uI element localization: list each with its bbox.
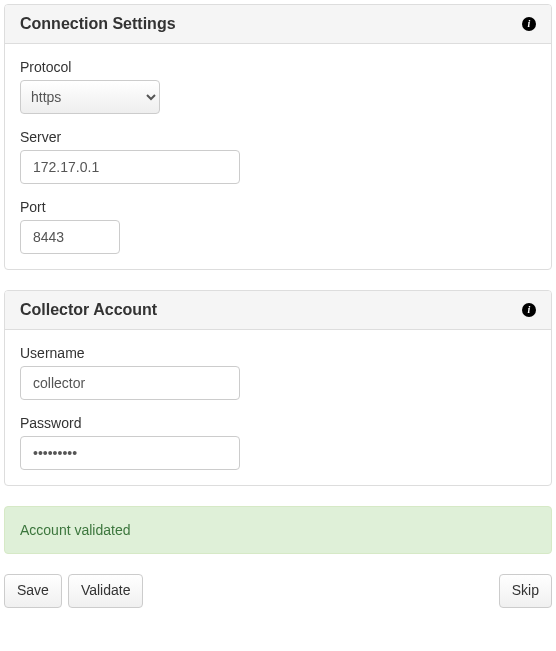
collector-account-title: Collector Account bbox=[20, 301, 157, 319]
skip-button[interactable]: Skip bbox=[499, 574, 552, 608]
password-group: Password bbox=[20, 415, 536, 470]
port-label: Port bbox=[20, 199, 536, 215]
protocol-group: Protocol https bbox=[20, 59, 536, 114]
protocol-select[interactable]: https bbox=[20, 80, 160, 114]
connection-settings-header: Connection Settings i bbox=[5, 5, 551, 44]
button-row: Save Validate Skip bbox=[4, 574, 552, 608]
collector-account-panel: Collector Account i Username Password bbox=[4, 290, 552, 486]
server-input[interactable] bbox=[20, 150, 240, 184]
username-input[interactable] bbox=[20, 366, 240, 400]
connection-settings-title: Connection Settings bbox=[20, 15, 176, 33]
validate-button[interactable]: Validate bbox=[68, 574, 144, 608]
username-group: Username bbox=[20, 345, 536, 400]
port-input[interactable] bbox=[20, 220, 120, 254]
button-row-right: Skip bbox=[499, 574, 552, 608]
protocol-label: Protocol bbox=[20, 59, 536, 75]
username-label: Username bbox=[20, 345, 536, 361]
server-group: Server bbox=[20, 129, 536, 184]
collector-account-header: Collector Account i bbox=[5, 291, 551, 330]
button-row-left: Save Validate bbox=[4, 574, 143, 608]
info-icon[interactable]: i bbox=[522, 17, 536, 31]
port-group: Port bbox=[20, 199, 536, 254]
password-label: Password bbox=[20, 415, 536, 431]
server-label: Server bbox=[20, 129, 536, 145]
status-alert: Account validated bbox=[4, 506, 552, 554]
collector-account-body: Username Password bbox=[5, 330, 551, 485]
connection-settings-body: Protocol https Server Port bbox=[5, 44, 551, 269]
status-message: Account validated bbox=[20, 522, 131, 538]
info-icon[interactable]: i bbox=[522, 303, 536, 317]
connection-settings-panel: Connection Settings i Protocol https Ser… bbox=[4, 4, 552, 270]
save-button[interactable]: Save bbox=[4, 574, 62, 608]
password-input[interactable] bbox=[20, 436, 240, 470]
